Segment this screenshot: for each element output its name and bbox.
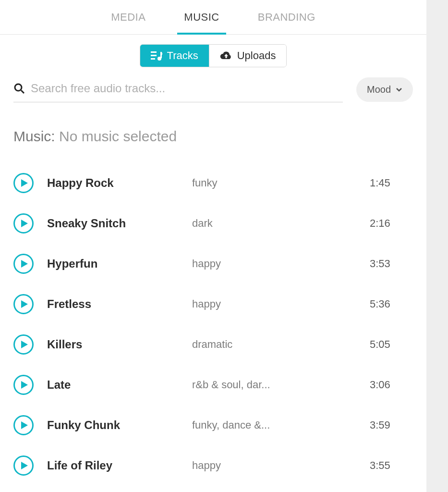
mood-filter-label: Mood — [367, 84, 391, 95]
track-name: Late — [34, 378, 192, 392]
selection-header: Music: No music selected — [13, 128, 413, 145]
track-duration: 1:45 — [370, 177, 413, 189]
tracks-toggle[interactable]: Tracks — [140, 45, 209, 67]
track-mood: dramatic — [192, 338, 370, 351]
track-row[interactable]: Life of Riley happy 3:55 — [13, 445, 413, 486]
play-icon — [19, 421, 28, 430]
segment-bar: Tracks Uploads — [0, 35, 426, 77]
play-icon — [19, 300, 28, 308]
track-name: Fretless — [34, 297, 192, 311]
track-mood: happy — [192, 258, 370, 270]
track-row[interactable]: Happy Rock funky 1:45 — [13, 163, 413, 203]
track-list-scroll[interactable]: Music: No music selected Happy Rock funk… — [0, 102, 426, 492]
uploads-toggle-label: Uploads — [237, 49, 276, 62]
track-mood: dark — [192, 217, 370, 230]
uploads-toggle[interactable]: Uploads — [209, 45, 287, 67]
svg-rect-2 — [151, 58, 155, 60]
track-mood: happy — [192, 459, 370, 472]
play-button[interactable] — [13, 213, 34, 234]
tab-music[interactable]: MUSIC — [182, 11, 221, 24]
chevron-down-icon — [396, 87, 402, 92]
track-name: Killers — [34, 338, 192, 351]
play-button[interactable] — [13, 173, 34, 193]
play-button[interactable] — [13, 455, 34, 476]
selection-value: No music selected — [59, 128, 177, 144]
play-button[interactable] — [13, 294, 34, 314]
play-button[interactable] — [13, 254, 34, 274]
mood-filter[interactable]: Mood — [356, 77, 413, 102]
track-name: Happy Rock — [34, 176, 192, 190]
svg-rect-1 — [151, 55, 157, 56]
track-row[interactable]: Hyperfun happy 3:53 — [13, 244, 413, 284]
track-mood: happy — [192, 298, 370, 310]
track-duration: 2:16 — [370, 217, 413, 230]
svg-point-5 — [15, 84, 22, 91]
track-row[interactable]: Killers dramatic 5:05 — [13, 324, 413, 365]
track-row[interactable]: Late r&b & soul, dar... 3:06 — [13, 365, 413, 405]
play-icon — [19, 340, 28, 349]
track-duration: 3:06 — [370, 379, 413, 391]
tab-media[interactable]: MEDIA — [109, 11, 147, 24]
track-row[interactable]: Sneaky Snitch dark 2:16 — [13, 203, 413, 244]
top-nav: MEDIA MUSIC BRANDING — [0, 0, 426, 35]
track-name: Sneaky Snitch — [34, 217, 192, 230]
play-icon — [19, 259, 28, 268]
play-button[interactable] — [13, 415, 34, 435]
play-icon — [19, 381, 28, 389]
play-button[interactable] — [13, 375, 34, 395]
track-name: Hyperfun — [34, 257, 192, 271]
track-duration: 3:53 — [370, 258, 413, 270]
play-button[interactable] — [13, 334, 34, 355]
play-icon — [19, 179, 28, 187]
track-duration: 5:36 — [370, 298, 413, 310]
track-row[interactable]: Funky Chunk funky, dance &... 3:59 — [13, 405, 413, 445]
track-row[interactable]: Fretless happy 5:36 — [13, 284, 413, 324]
tracks-toggle-label: Tracks — [167, 49, 198, 62]
playlist-icon — [151, 50, 162, 61]
track-duration: 3:59 — [370, 419, 413, 431]
search-container — [13, 77, 343, 102]
track-duration: 3:55 — [370, 459, 413, 472]
play-icon — [19, 219, 28, 228]
svg-rect-0 — [151, 51, 157, 53]
track-name: Funky Chunk — [34, 418, 192, 432]
tab-branding[interactable]: BRANDING — [256, 11, 317, 24]
track-name: Life of Riley — [34, 459, 192, 472]
track-mood: funky, dance &... — [192, 419, 370, 431]
track-mood: funky — [192, 177, 370, 189]
track-duration: 5:05 — [370, 338, 413, 351]
search-icon — [13, 83, 25, 94]
svg-line-6 — [21, 90, 24, 93]
search-input[interactable] — [31, 82, 343, 95]
track-mood: r&b & soul, dar... — [192, 379, 370, 391]
selection-prefix: Music: — [13, 128, 59, 144]
cloud-upload-icon — [220, 51, 232, 61]
play-icon — [19, 461, 28, 470]
